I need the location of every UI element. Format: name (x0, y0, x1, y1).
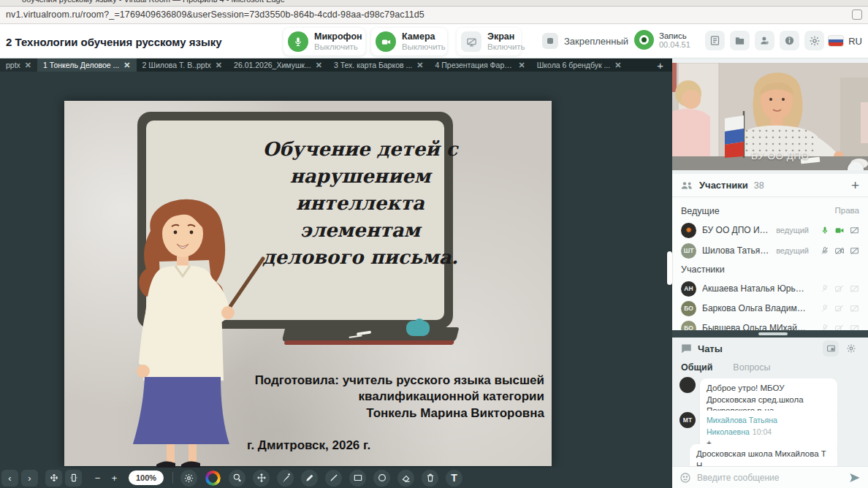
pinned-layout-icon (542, 33, 558, 49)
participant-row[interactable]: АН Акшаева Наталья Юрьевна (681, 279, 859, 298)
tab-3[interactable]: 26.01.2026_Химушк... ✕ (228, 58, 328, 72)
mini-board-button[interactable] (823, 340, 839, 357)
camera-on-icon[interactable] (834, 226, 845, 235)
participant-name: Акшаева Наталья Юрьевна (702, 283, 809, 294)
ellipse-tool-button[interactable] (373, 470, 390, 487)
send-icon[interactable] (849, 472, 861, 484)
layout-selector[interactable]: Закрепленный (542, 33, 642, 49)
moderator-row[interactable]: ✹ БУ ОО ДПО ИРО ведущий (681, 221, 859, 240)
screen-off-icon (850, 304, 859, 313)
fit-width-button[interactable] (45, 470, 62, 487)
avatar: МТ (679, 412, 696, 428)
tab-5[interactable]: 4 Презентация Фара... ✕ (429, 58, 530, 72)
tab-close-icon[interactable]: ✕ (518, 61, 525, 70)
slide-viewer[interactable]: Обучение детей с нарушением интеллекта э… (0, 72, 672, 468)
microphone-icon (288, 31, 308, 52)
participant-name: Шилова Татьяна Викт... (702, 245, 770, 256)
video-name-overlay: БУ ОО ДПО (751, 150, 809, 161)
sidebar-scrollbar[interactable] (667, 251, 672, 285)
teacher-illustration (99, 172, 275, 468)
trash-button[interactable] (422, 470, 438, 487)
pencil-tool-button[interactable] (301, 470, 318, 487)
browser-page-icon[interactable] (852, 9, 862, 20)
mic-off-icon[interactable] (821, 246, 829, 256)
screen-off-icon[interactable] (850, 246, 859, 256)
tab-label: pptx (6, 61, 20, 69)
avatar (679, 377, 696, 393)
tab-close-icon[interactable]: ✕ (123, 61, 130, 70)
emoji-icon[interactable] (679, 472, 691, 484)
tab-1[interactable]: 1 Тонкель Деловое ... ✕ (37, 58, 136, 72)
screen-share-button[interactable]: Экран Включить (457, 28, 521, 56)
user-button[interactable] (755, 31, 774, 50)
color-wheel-button[interactable] (205, 470, 221, 487)
zoom-level[interactable]: 100% (129, 470, 164, 485)
tab-label: 26.01.2026_Химушк... (234, 61, 311, 69)
prev-page-button[interactable]: ‹ (1, 470, 18, 487)
chat-tab-questions[interactable]: Вопросы (733, 362, 770, 373)
screen-label: Экран (487, 31, 525, 42)
add-participant-button[interactable]: + (851, 178, 859, 194)
microphone-button[interactable]: Микрофон Выключить ⋮ (283, 28, 365, 56)
chat-settings-button[interactable] (843, 340, 859, 357)
settings-button[interactable] (804, 31, 824, 50)
participant-name: Баркова Ольга Владимировна (702, 303, 809, 313)
tab-6[interactable]: Школа 6 брендбук ... ✕ (531, 58, 628, 72)
record-indicator[interactable]: Запись 00.04.51 (634, 30, 690, 50)
room-title: 2 Технологии обучения русскому языку (6, 36, 222, 48)
participants-icon (681, 180, 693, 190)
move-tool-button[interactable] (253, 470, 270, 487)
tab-close-icon[interactable]: ✕ (416, 61, 423, 70)
presenter-video[interactable]: БУ ОО ДПО (672, 63, 868, 170)
chat-message-input[interactable] (697, 473, 843, 483)
chat-tab-general[interactable]: Общий (681, 362, 712, 373)
zoom-in-button[interactable]: + (106, 470, 123, 487)
line-tool-button[interactable] (325, 470, 342, 487)
participant-name: БУ ОО ДПО ИРО (702, 225, 770, 235)
text-tool-button[interactable]: T (446, 470, 462, 487)
sidebar: БУ ОО ДПО Участники 38 + Ведущие Права ✹… (672, 58, 868, 488)
participants-count: 38 (754, 180, 764, 191)
participants-panel: Участники 38 + Ведущие Права ✹ БУ ОО ДПО… (672, 174, 868, 330)
brush-tool-button[interactable] (277, 470, 294, 487)
laser-pointer-button[interactable] (229, 470, 245, 487)
screen-off-icon[interactable] (850, 226, 859, 235)
tab-close-icon[interactable]: ✕ (614, 61, 621, 70)
avatar: АН (681, 281, 696, 297)
zoom-out-button[interactable]: − (89, 470, 106, 487)
panel-resize-handle[interactable] (672, 330, 868, 338)
window-title-bar: обучения русскому языку - Virtual Room —… (0, 0, 868, 7)
moderators-header: Ведущие (681, 206, 720, 216)
camera-button[interactable]: Камера Выключить ⋮ (371, 28, 447, 56)
camera-off-icon[interactable] (834, 246, 845, 256)
language-label[interactable]: RU (848, 36, 862, 47)
record-icon (634, 30, 654, 50)
browser-url-bar[interactable]: nv1.virtualroom.ru/room?_=1769409636809&… (0, 7, 868, 24)
chat-input-row (672, 466, 868, 488)
info-button[interactable] (780, 31, 799, 50)
eraser-tool-button[interactable] (397, 470, 414, 487)
tool-settings-button[interactable] (180, 470, 197, 487)
camera-off-icon (834, 284, 845, 294)
tab-4[interactable]: 3 Тех. карта Барков ... ✕ (328, 58, 430, 72)
moderator-row[interactable]: ШТ Шилова Татьяна Викт... ведущий (681, 241, 859, 260)
notes-button[interactable] (705, 31, 725, 50)
tab-close-icon[interactable]: ✕ (25, 61, 31, 70)
flag-ru-icon[interactable] (829, 36, 843, 46)
next-page-button[interactable]: › (21, 470, 38, 487)
toolbar-divider (172, 472, 173, 484)
folder-button[interactable] (730, 31, 750, 50)
participant-row[interactable]: БО Баркова Ольга Владимировна (681, 299, 859, 318)
tab-0[interactable]: pptx ✕ (0, 58, 37, 72)
tab-close-icon[interactable]: ✕ (216, 61, 222, 70)
tab-2[interactable]: 2 Шилова Т. В..pptx ✕ (137, 58, 229, 72)
slide-title-text: Обучение детей с нарушением интеллекта э… (262, 136, 459, 271)
rectangle-tool-button[interactable] (349, 470, 366, 487)
mic-on-icon[interactable] (821, 226, 829, 235)
tab-label: 3 Тех. карта Барков ... (334, 61, 412, 69)
fit-page-button[interactable] (65, 470, 82, 487)
tab-close-icon[interactable]: ✕ (316, 61, 322, 70)
url-text[interactable]: nv1.virtualroom.ru/room?_=1769409636809&… (6, 9, 425, 20)
participant-role: ведущий (776, 246, 809, 255)
add-tab-button[interactable]: + (648, 58, 672, 72)
